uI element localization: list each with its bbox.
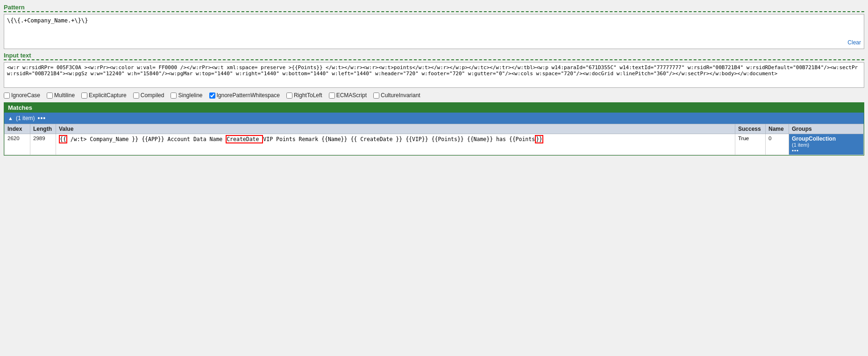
col-value-header: Value	[56, 124, 735, 134]
checkbox-label-ignoreCase: IgnoreCase	[11, 92, 40, 99]
table-row: 26202989{{ /w:t> Company_Name }} {{APP}}…	[5, 134, 864, 155]
highlight-close-brace: }}	[535, 135, 543, 143]
col-name-header: Name	[766, 124, 789, 134]
groups-title: GroupCollection	[792, 135, 861, 142]
pattern-input[interactable]: \{\{.+Company_Name.+\}\}	[4, 14, 864, 47]
checkbox-cultureInvariant[interactable]: CultureInvariant	[373, 92, 420, 99]
input-text-label: Input text	[4, 52, 864, 60]
groups-count: (1 item)	[792, 142, 861, 148]
col-groups-header: Groups	[789, 124, 864, 134]
checkbox-input-cultureInvariant[interactable]	[373, 93, 379, 99]
highlight-open-brace: {{	[59, 135, 67, 143]
matches-header: Matches	[4, 103, 864, 113]
matches-subheader: ▲ (1 item) •••	[4, 113, 864, 124]
checkbox-input-ignoreCase[interactable]	[4, 93, 10, 99]
checkbox-input-ignorePatternWhitespace[interactable]	[209, 93, 215, 99]
cell-length: 2989	[30, 134, 56, 155]
checkbox-input-explicitCapture[interactable]	[81, 93, 87, 99]
cell-success: True	[735, 134, 766, 155]
checkbox-label-ecmaScript: ECMAScript	[336, 92, 367, 99]
cell-name: 0	[766, 134, 789, 155]
cell-value: {{ /w:t> Company_Name }} {{APP}} Account…	[56, 134, 735, 155]
checkbox-multiline[interactable]: Multiline	[47, 92, 75, 99]
item-count: (1 item)	[16, 115, 35, 121]
table-container: Index Length Value Success Name Groups 2…	[4, 124, 864, 155]
matches-label: Matches	[8, 104, 32, 111]
checkbox-label-cultureInvariant: CultureInvariant	[381, 92, 420, 99]
checkbox-label-compiled: Compiled	[141, 92, 164, 99]
table-header-row: Index Length Value Success Name Groups	[5, 124, 864, 134]
highlight-createdate: CreateDate	[226, 135, 263, 143]
checkbox-input-rightToLeft[interactable]	[286, 93, 292, 99]
cell-groups: GroupCollection(1 item)•••	[789, 134, 864, 155]
checkbox-ignoreCase[interactable]: IgnoreCase	[4, 92, 40, 99]
pattern-label: Pattern	[4, 4, 864, 12]
checkbox-label-singleline: Singleline	[178, 92, 202, 99]
checkbox-rightToLeft[interactable]: RightToLeft	[286, 92, 322, 99]
checkbox-label-explicitCapture: ExplicitCapture	[89, 92, 127, 99]
main-container: Pattern \{\{.+Company_Name.+\}\} Clear I…	[0, 0, 868, 159]
checkbox-input-multiline[interactable]	[47, 93, 53, 99]
matches-section: Matches ▲ (1 item) ••• Index	[4, 102, 864, 156]
clear-button[interactable]: Clear	[847, 39, 861, 46]
checkbox-input-singleline[interactable]	[171, 93, 177, 99]
checkbox-label-rightToLeft: RightToLeft	[294, 92, 322, 99]
groups-more-button[interactable]: •••	[792, 148, 861, 153]
checkbox-compiled[interactable]: Compiled	[133, 92, 164, 99]
col-length-header: Length	[30, 124, 56, 134]
options-row: IgnoreCaseMultilineExplicitCaptureCompil…	[4, 92, 864, 99]
checkbox-ignorePatternWhitespace[interactable]: IgnorePatternWhitespace	[209, 92, 280, 99]
pattern-section: Pattern \{\{.+Company_Name.+\}\} Clear	[4, 4, 864, 49]
cell-index: 2620	[5, 134, 30, 155]
checkbox-explicitCapture[interactable]: ExplicitCapture	[81, 92, 127, 99]
checkbox-input-ecmaScript[interactable]	[329, 93, 335, 99]
input-text-input[interactable]: <w:r w:rsidRPr= 005F3C0A ><w:rPr><w:colo…	[4, 62, 864, 88]
more-button[interactable]: •••	[38, 114, 46, 122]
input-text-section: Input text <w:r w:rsidRPr= 005F3C0A ><w:…	[4, 52, 864, 89]
expand-icon[interactable]: ▲	[8, 115, 13, 121]
col-success-header: Success	[735, 124, 766, 134]
checkbox-label-ignorePatternWhitespace: IgnorePatternWhitespace	[217, 92, 280, 99]
results-table: Index Length Value Success Name Groups 2…	[4, 124, 864, 155]
checkbox-input-compiled[interactable]	[133, 93, 139, 99]
col-index-header: Index	[5, 124, 30, 134]
checkbox-singleline[interactable]: Singleline	[171, 92, 202, 99]
checkbox-label-multiline: Multiline	[54, 92, 75, 99]
checkbox-ecmaScript[interactable]: ECMAScript	[329, 92, 367, 99]
